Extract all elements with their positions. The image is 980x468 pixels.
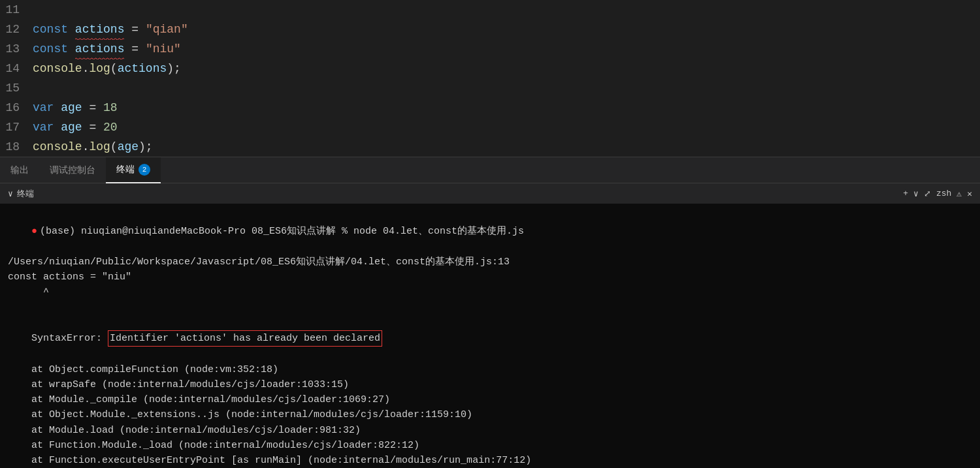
terminal-stack-line-0: at Object.compileFunction (node:vm:352:1…: [8, 362, 972, 377]
terminal-stack-line-5: at Function.Module._load (node:internal/…: [8, 438, 972, 453]
code-line-18: 18 console.log(age);: [0, 137, 980, 157]
code-line-17: 17 var age = 20: [0, 117, 980, 137]
tab-terminal-label: 终端: [116, 164, 135, 176]
terminal-title-area: ∨ 终端: [8, 188, 34, 200]
line-content: const actions = "niu": [33, 39, 980, 59]
terminal-error-line: SyntaxError: Identifier 'actions' has al…: [8, 315, 972, 362]
line-content: var age = 18: [33, 98, 980, 117]
tab-output-label: 输出: [10, 164, 29, 176]
code-line-14: 14 console.log(actions);: [0, 59, 980, 78]
chevron-down-icon: ∨: [8, 189, 13, 199]
code-editor: 11 12 const actions = "qian" 13 const ac…: [0, 0, 980, 157]
terminal-title: 终端: [17, 188, 34, 200]
terminal-content: ●(base) niuqian@niuqiandeMacBook-Pro 08_…: [0, 204, 980, 468]
line-number: 11: [0, 0, 33, 20]
syntax-error-label: SyntaxError:: [31, 333, 108, 344]
terminal-path-line: /Users/niuqian/Public/Workspace/Javascri…: [8, 255, 972, 270]
shell-label: zsh: [936, 189, 951, 198]
tab-debug-label: 调试控制台: [50, 164, 95, 176]
line-content: console.log(actions);: [33, 59, 980, 78]
terminal-caret-line: ^: [8, 285, 972, 300]
line-number: 16: [0, 98, 33, 117]
panel-tab-bar: 输出 调试控制台 终端 2: [0, 157, 980, 183]
terminal-code-line: const actions = "niu": [8, 270, 972, 285]
line-number: 13: [0, 39, 33, 59]
terminal-stack-line-6: at Function.executeUserEntryPoint [as ru…: [8, 453, 972, 468]
terminal-blank-line: [8, 300, 972, 315]
terminal-stack-line-4: at Module.load (node:internal/modules/cj…: [8, 423, 972, 438]
terminal-header: ∨ 终端 + ∨ ⤢ zsh ⚠ ✕: [0, 183, 980, 204]
tab-terminal[interactable]: 终端 2: [106, 157, 161, 183]
terminal-actions: + ∨ ⤢ zsh ⚠ ✕: [903, 189, 972, 199]
code-line-13: 13 const actions = "niu": [0, 39, 980, 59]
code-line-11: 11: [0, 0, 980, 20]
tab-debug-console[interactable]: 调试控制台: [39, 157, 106, 183]
line-number: 14: [0, 59, 33, 78]
close-terminal-button[interactable]: ✕: [967, 189, 972, 199]
tab-terminal-badge: 2: [139, 164, 150, 176]
line-content: console.log(age);: [33, 137, 980, 157]
code-line-12: 12 const actions = "qian": [0, 20, 980, 39]
error-dot-icon: ●: [31, 226, 37, 237]
line-content: var age = 20: [33, 117, 980, 137]
add-terminal-button[interactable]: +: [903, 189, 908, 198]
tab-output[interactable]: 输出: [0, 157, 39, 183]
line-number: 12: [0, 20, 33, 39]
warning-icon: ⚠: [956, 189, 962, 199]
error-message-highlighted: Identifier 'actions' has already been de…: [108, 330, 382, 347]
code-line-15: 15: [0, 78, 980, 98]
terminal-stack-line-2: at Module._compile (node:internal/module…: [8, 392, 972, 407]
line-number: 17: [0, 117, 33, 137]
terminal-stack-line-3: at Object.Module._extensions..js (node:i…: [8, 407, 972, 422]
terminal-stack-line-1: at wrapSafe (node:internal/modules/cjs/l…: [8, 377, 972, 392]
line-number: 18: [0, 137, 33, 157]
dropdown-icon[interactable]: ∨: [913, 189, 919, 199]
line-number: 15: [0, 78, 33, 98]
code-line-16: 16 var age = 18: [0, 98, 980, 117]
terminal-command-line: ●(base) niuqian@niuqiandeMacBook-Pro 08_…: [8, 209, 972, 255]
line-content: const actions = "qian": [33, 20, 980, 39]
expand-terminal-button[interactable]: ⤢: [924, 189, 931, 199]
